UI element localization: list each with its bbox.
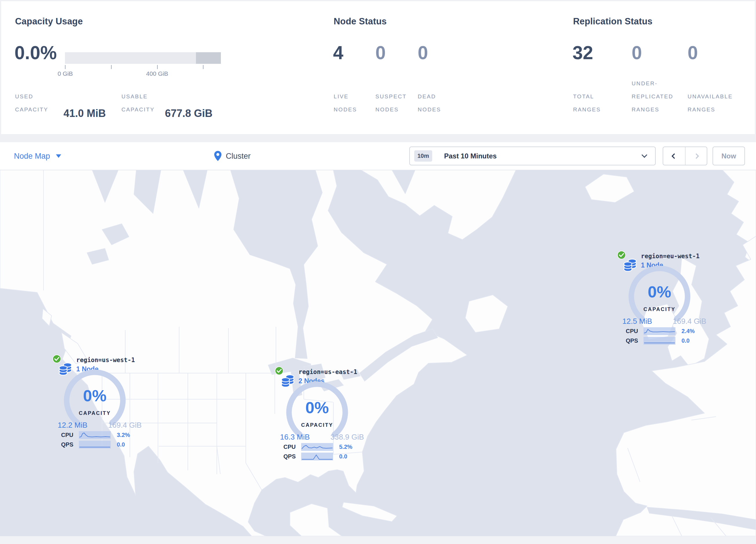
used-capacity-label: USED CAPACITY (15, 82, 63, 116)
cpu-label: CPU (58, 432, 73, 438)
time-range-pager (663, 146, 707, 165)
qps-value: 0.0 (682, 338, 690, 344)
view-selector-label: Node Map (14, 152, 50, 161)
qps-sparkline (301, 453, 333, 460)
cluster-summary-panel: Capacity Usage 0.0% 0 GiB 400 GiB USED C… (1, 1, 755, 135)
qps-label: QPS (622, 338, 638, 344)
live-nodes-label: LIVE NODES (334, 82, 366, 116)
suspect-nodes-count: 0 (375, 43, 386, 62)
map-footer-strip (0, 536, 756, 544)
cpu-sparkline (644, 327, 675, 335)
region-used-capacity: 16.3 MiB (280, 433, 310, 442)
total-ranges-count: 32 (573, 43, 593, 62)
cpu-value: 3.2% (117, 432, 130, 438)
used-capacity-value: 41.0 MiB (63, 107, 106, 119)
time-next-button[interactable] (685, 147, 707, 165)
qps-value: 0.0 (339, 453, 347, 460)
capacity-bar-tick (203, 65, 203, 69)
capacity-bar-nonusable-segment (196, 52, 221, 64)
capacity-gauge-label: CAPACITY (628, 307, 691, 313)
region-markers-layer: region=us-west-1 1 Node 0% CAPACITY 12.2… (0, 170, 756, 536)
cpu-label: CPU (622, 328, 638, 335)
region-usable-capacity: 169.4 GiB (673, 317, 710, 326)
chevron-left-icon (671, 153, 677, 159)
breadcrumb[interactable]: Cluster (214, 142, 251, 170)
capacity-bar-tick-label: 400 GiB (146, 70, 168, 77)
region-used-capacity: 12.2 MiB (58, 421, 87, 430)
time-prev-button[interactable] (663, 147, 685, 165)
qps-sparkline (644, 337, 675, 345)
live-nodes-count: 4 (333, 43, 344, 62)
dead-nodes-count: 0 (418, 43, 428, 62)
qps-sparkline (79, 441, 111, 449)
time-range-badge: 10m (414, 150, 432, 162)
breadcrumb-label: Cluster (226, 152, 251, 161)
time-range-label: Past 10 Minutes (444, 147, 497, 165)
caret-down-icon (56, 154, 61, 158)
node-map: region=us-west-1 1 Node 0% CAPACITY 12.2… (0, 170, 756, 536)
suspect-nodes-label: SUSPECT NODES (375, 82, 414, 116)
usable-capacity-label: USABLE CAPACITY (121, 82, 172, 116)
region-locality-label: region=us-east-1 (299, 369, 357, 376)
cpu-sparkline (301, 443, 333, 451)
chevron-down-icon (641, 152, 647, 158)
region-locality-label: region=us-west-1 (76, 357, 135, 364)
capacity-usage-title: Capacity Usage (15, 16, 83, 27)
chevron-right-icon (693, 153, 699, 159)
unavailable-ranges-count: 0 (688, 43, 698, 62)
under-replicated-ranges-label: UNDER-REPLICATED RANGES (632, 82, 690, 116)
capacity-bar-tick (65, 65, 66, 69)
capacity-bar-tick (111, 65, 112, 69)
node-status-title: Node Status (334, 16, 387, 27)
capacity-bar: 0 GiB 400 GiB (65, 52, 221, 64)
replication-status-title: Replication Status (573, 16, 653, 27)
region-usable-capacity: 338.9 GiB (330, 433, 368, 442)
now-button[interactable]: Now (713, 146, 745, 165)
cpu-value: 5.2% (339, 444, 352, 450)
qps-label: QPS (280, 453, 296, 460)
total-ranges-label: TOTAL RANGES (573, 82, 612, 116)
qps-value: 0.0 (117, 441, 125, 448)
cpu-sparkline (79, 431, 111, 439)
region-usable-capacity: 169.4 GiB (108, 421, 146, 430)
time-range-dropdown[interactable]: 10m Past 10 Minutes (409, 146, 656, 165)
capacity-bar-tick-label: 0 GiB (58, 70, 73, 77)
cpu-value: 2.4% (682, 328, 695, 335)
dead-nodes-label: DEAD NODES (418, 82, 450, 116)
capacity-gauge-label: CAPACITY (285, 422, 349, 428)
region-locality-label: region=eu-west-1 (641, 253, 699, 260)
capacity-gauge-percent: 0% (63, 388, 127, 404)
region-used-capacity: 12.5 MiB (622, 317, 652, 326)
map-pin-icon (214, 150, 222, 162)
capacity-gauge-label: CAPACITY (63, 410, 127, 416)
map-toolbar: Node Map Cluster 10m Past 10 Minutes Now (0, 142, 756, 170)
capacity-bar-tick (157, 65, 158, 69)
capacity-gauge-percent: 0% (628, 284, 691, 300)
under-replicated-ranges-count: 0 (632, 43, 642, 62)
capacity-used-percent: 0.0% (14, 43, 57, 62)
unavailable-ranges-label: UNAVAILABLE RANGES (688, 82, 753, 116)
capacity-gauge-percent: 0% (285, 400, 349, 416)
usable-capacity-value: 677.8 GiB (165, 107, 212, 119)
qps-label: QPS (58, 441, 73, 448)
cpu-label: CPU (280, 444, 296, 450)
view-selector-dropdown[interactable]: Node Map (14, 142, 61, 170)
